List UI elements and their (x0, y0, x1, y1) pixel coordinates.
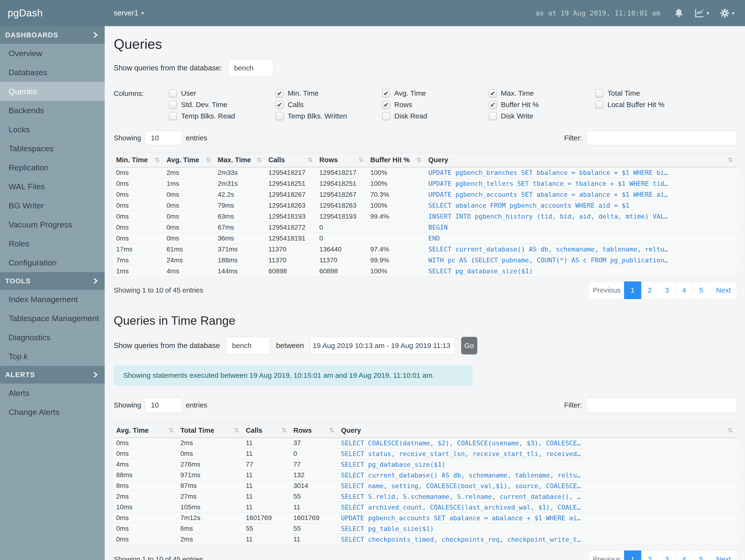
query-link[interactable]: SELECT abalance FROM pgbench_accounts WH… (428, 202, 629, 209)
query-link[interactable]: END (428, 235, 440, 242)
charts-menu[interactable]: ▾ (694, 8, 709, 18)
query-link[interactable]: UPDATE pgbench_accounts SET abalance = a… (341, 514, 581, 522)
column-checkbox[interactable]: Rows (382, 101, 489, 109)
server-selector[interactable]: server1 ▾ (114, 9, 144, 18)
query-link[interactable]: SELECT COALESCE(datname, $2), COALESCE(u… (341, 439, 581, 447)
filter-input-2[interactable] (586, 398, 737, 413)
query-link[interactable]: WITH pc AS (SELECT pubname, COUNT(*) AS … (428, 257, 668, 264)
query-link[interactable]: UPDATE pgbench_tellers SET tbalance = tb… (428, 180, 668, 187)
checkbox-box-icon[interactable] (276, 101, 284, 109)
sidebar-section-header[interactable]: DASHBOARDS (0, 26, 105, 44)
sidebar-item[interactable]: Backends (0, 101, 105, 120)
page-button[interactable]: Previous (590, 551, 624, 560)
column-checkbox[interactable]: Min. Time (276, 89, 382, 97)
sidebar-item[interactable]: Topk (0, 347, 105, 366)
column-header[interactable]: Buffer Hit % ⇅ (368, 153, 426, 167)
sidebar-item[interactable]: Configuration (0, 253, 105, 272)
column-checkbox[interactable]: Disk Write (489, 112, 595, 120)
checkbox-box-icon[interactable] (382, 101, 390, 109)
column-checkbox[interactable]: Buffer Hit % (489, 101, 595, 109)
database-input[interactable] (228, 60, 273, 76)
column-checkbox[interactable]: Disk Read (382, 112, 489, 120)
filter-input[interactable] (586, 131, 737, 145)
column-header[interactable]: Calls ⇅ (244, 423, 291, 438)
checkbox-box-icon[interactable] (382, 89, 390, 97)
sidebar-item[interactable]: Locks (0, 120, 105, 139)
column-header[interactable]: Min. Time ⇅ (114, 153, 164, 167)
column-header[interactable]: Total Time ⇅ (178, 423, 244, 438)
query-link[interactable]: UPDATE pgbench_accounts SET abalance = a… (428, 191, 668, 198)
go-button[interactable]: Go (461, 337, 477, 355)
sidebar-item[interactable]: Databases (0, 63, 105, 82)
checkbox-box-icon[interactable] (169, 101, 177, 109)
column-header[interactable]: Query ⇅ (426, 153, 737, 167)
sidebar-item[interactable]: Diagnostics (0, 328, 105, 347)
page-button[interactable]: 2 (641, 551, 658, 560)
page-button[interactable]: 5 (693, 282, 710, 299)
page-button[interactable]: 4 (676, 551, 693, 560)
checkbox-box-icon[interactable] (595, 101, 604, 109)
page-button[interactable]: 4 (676, 282, 693, 299)
column-header[interactable]: Rows ⇅ (317, 153, 368, 167)
query-link[interactable]: SELECT name, setting, COALESCE(boot_val,… (341, 482, 581, 490)
column-checkbox[interactable]: Total Time (595, 89, 702, 97)
column-header[interactable]: Avg. Time ⇅ (164, 153, 215, 167)
column-header[interactable]: Query ⇅ (338, 423, 737, 438)
query-link[interactable]: SELECT pg_table_size($1) (341, 525, 434, 532)
sidebar-item[interactable]: Alerts (0, 384, 105, 402)
sidebar-section-header[interactable]: TOOLS (0, 272, 105, 290)
page-button[interactable]: 3 (658, 551, 676, 560)
sidebar-item[interactable]: Vacuum Progress (0, 215, 105, 234)
checkbox-box-icon[interactable] (276, 112, 284, 120)
page-size-input[interactable] (145, 131, 182, 145)
sidebar-item[interactable]: BG Writer (0, 196, 105, 215)
page-button[interactable]: 2 (641, 282, 658, 299)
query-link[interactable]: SELECT pg_database_size($1) (428, 267, 533, 275)
column-header[interactable]: Max. Time ⇅ (215, 153, 266, 167)
sidebar-item[interactable]: Queries (0, 82, 105, 101)
page-button[interactable]: 1 (624, 551, 641, 560)
column-checkbox[interactable]: Max. Time (489, 89, 595, 97)
column-header[interactable]: Calls ⇅ (266, 153, 317, 167)
checkbox-box-icon[interactable] (489, 112, 497, 120)
sidebar-item[interactable]: Roles (0, 234, 105, 253)
checkbox-box-icon[interactable] (489, 101, 497, 109)
sidebar-item[interactable]: WAL Files (0, 177, 105, 196)
checkbox-box-icon[interactable] (169, 89, 177, 97)
query-link[interactable]: SELECT S.relid, S.schemaname, S.relname,… (341, 493, 581, 500)
column-header[interactable]: Avg. Time ⇅ (114, 423, 178, 438)
sidebar-item[interactable]: Index Management (0, 290, 105, 309)
query-link[interactable]: SELECT status, receive_start_lsn, receiv… (341, 450, 581, 458)
sidebar-item[interactable]: Change Alerts (0, 402, 105, 422)
page-size-input-2[interactable] (145, 398, 182, 413)
checkbox-box-icon[interactable] (489, 89, 497, 97)
column-checkbox[interactable]: User (169, 89, 276, 97)
column-checkbox[interactable]: Std. Dev. Time (169, 101, 276, 109)
page-button[interactable]: 1 (624, 282, 641, 299)
column-header[interactable]: Rows ⇅ (291, 423, 338, 438)
column-checkbox[interactable]: Local Buffer Hit % (595, 101, 702, 109)
query-link[interactable]: INSERT INTO pgbench_history (tid, bid, a… (428, 213, 668, 220)
sidebar-item[interactable]: Tablespace Management (0, 309, 105, 328)
sidebar-section-header[interactable]: ALERTS (0, 366, 105, 384)
checkbox-box-icon[interactable] (169, 112, 177, 120)
page-button[interactable]: Next (710, 282, 737, 299)
database-input-2[interactable] (226, 337, 270, 355)
column-checkbox[interactable]: Avg. Time (382, 89, 489, 97)
query-link[interactable]: SELECT archived_count, COALESCE(last_arc… (341, 504, 581, 511)
query-link[interactable]: SELECT current_database() AS db, scheman… (428, 245, 668, 253)
column-checkbox[interactable]: Temp Blks. Written (276, 112, 382, 120)
column-checkbox[interactable]: Temp Blks. Read (169, 112, 276, 120)
sidebar-item[interactable]: Replication (0, 158, 105, 177)
checkbox-box-icon[interactable] (382, 112, 390, 120)
page-button[interactable]: 5 (693, 551, 710, 560)
query-link[interactable]: SELECT pg_database_size($1) (341, 461, 446, 468)
query-link[interactable]: SELECT current_database() AS db, scheman… (341, 471, 581, 479)
page-button[interactable]: Next (710, 551, 737, 560)
checkbox-box-icon[interactable] (276, 89, 284, 97)
settings-menu[interactable]: ▾ (719, 8, 735, 18)
column-checkbox[interactable]: Calls (276, 101, 382, 109)
checkbox-box-icon[interactable] (595, 89, 604, 97)
notifications-bell-icon[interactable] (674, 8, 684, 18)
time-range-input[interactable] (310, 337, 455, 355)
